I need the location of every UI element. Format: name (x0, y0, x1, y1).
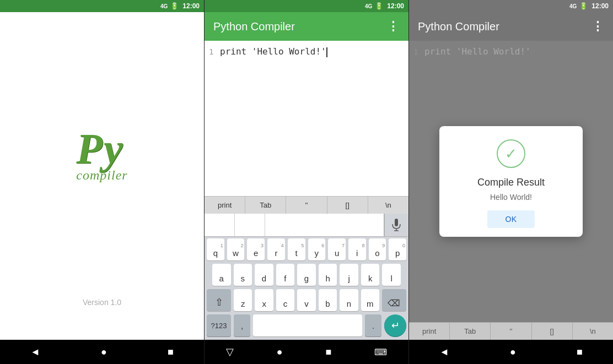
checkmark-icon: ✓ (505, 145, 517, 162)
key-z[interactable]: z (234, 289, 252, 311)
signal-text-3: 4G (569, 3, 577, 9)
nav-bar-3: ◄ ● ■ (409, 340, 613, 364)
kb-toolbar-newline[interactable]: \n (368, 197, 408, 214)
screen3-body: 1 print 'Hello World!' ✓ Compile Result … (409, 41, 613, 322)
recents-button-1[interactable]: ■ (168, 346, 174, 358)
key-q[interactable]: 1q (207, 238, 224, 260)
backspace-key[interactable]: ⌫ (382, 289, 406, 311)
status-icons-2: 4G 🔋 12:00 (365, 2, 404, 10)
splash-content: Py compiler (0, 12, 204, 298)
home-button-1[interactable]: ● (101, 346, 107, 358)
code-content: print 'Hello World!' (220, 45, 327, 58)
key-l[interactable]: l (382, 264, 401, 286)
signal-text-2: 4G (365, 3, 372, 9)
key-p[interactable]: 0p (389, 238, 406, 260)
cursor (326, 47, 327, 57)
toolbar-menu-3[interactable]: ⋮ (592, 19, 604, 34)
toolbar-menu-2[interactable]: ⋮ (387, 19, 400, 34)
recents-button-2[interactable]: ■ (325, 346, 331, 358)
keyboard-bottom-row: ?123 , . ↵ (205, 313, 408, 340)
status-bar-3: 4G 🔋 12:00 (409, 0, 613, 12)
space-key[interactable] (253, 314, 362, 336)
screen-splash: 4G 🔋 12:00 Py compiler Version 1.0 ◄ ● ■ (0, 0, 204, 364)
key-n[interactable]: n (340, 289, 358, 311)
recents-button-3[interactable]: ■ (577, 346, 583, 358)
key-y[interactable]: 6y (308, 238, 326, 260)
dialog-title: Compile Result (477, 177, 545, 188)
dialog-message: Hello World! (490, 193, 532, 202)
mic-button[interactable] (384, 214, 408, 236)
toolbar-title-2: Python Compiler (213, 20, 387, 33)
signal-text-1: 4G (160, 3, 168, 9)
kb-toolbar-print[interactable]: print (205, 197, 245, 214)
key-i[interactable]: 8i (348, 238, 366, 260)
suggest-1[interactable] (205, 214, 235, 236)
key-c[interactable]: c (276, 289, 294, 311)
code-editor[interactable]: 1 print 'Hello World!' (205, 41, 408, 196)
code-line-1: 1 print 'Hello World!' (209, 45, 404, 58)
shift-key[interactable]: ⇧ (207, 289, 231, 311)
dialog-overlay: ✓ Compile Result Hello World! OK (409, 41, 613, 322)
nav-bar-1: ◄ ● ■ (0, 340, 204, 364)
key-k[interactable]: k (361, 264, 380, 286)
key-w[interactable]: 2w (227, 238, 245, 260)
suggest-2[interactable] (235, 214, 265, 236)
back-button-2[interactable]: ▽ (226, 346, 234, 358)
period-key[interactable]: . (365, 314, 381, 336)
home-button-3[interactable]: ● (510, 346, 516, 358)
back-button-1[interactable]: ◄ (30, 346, 40, 358)
kb-toolbar-brackets[interactable]: [] (327, 197, 368, 214)
time-3: 12:00 (592, 2, 609, 10)
battery-icon-3: 🔋 (579, 2, 588, 10)
key-f[interactable]: f (276, 264, 295, 286)
kb-toolbar-3: print Tab '' [] \n (409, 322, 613, 340)
key-a[interactable]: a (212, 264, 231, 286)
s3-kb-quotes[interactable]: '' (491, 323, 531, 340)
back-button-3[interactable]: ◄ (439, 346, 449, 358)
success-icon-circle: ✓ (497, 139, 525, 168)
keyboard-row-nums: 1q 2w 3e 4r 5t 6y 7u 8i 9o 0p (205, 237, 408, 262)
line-number: 1 (209, 46, 216, 58)
battery-icon-1: 🔋 (170, 2, 179, 10)
kb-toolbar-quotes[interactable]: '' (286, 197, 327, 214)
time-1: 12:00 (182, 2, 200, 10)
suggestion-row (205, 214, 408, 237)
status-icons-1: 4G 🔋 12:00 (160, 2, 200, 10)
py-logo: Py compiler (76, 127, 127, 183)
s3-kb-newline[interactable]: \n (573, 323, 613, 340)
key-j[interactable]: j (340, 264, 358, 286)
key-o[interactable]: 9o (369, 238, 386, 260)
key-m[interactable]: m (361, 289, 379, 311)
key-d[interactable]: d (255, 264, 273, 286)
compile-result-dialog: ✓ Compile Result Hello World! OK (439, 126, 583, 237)
s3-kb-brackets[interactable]: [] (532, 323, 573, 340)
status-bar-1: 4G 🔋 12:00 (0, 0, 204, 12)
toolbar-title-3: Python Compiler (418, 20, 592, 33)
py-text: Py (76, 127, 127, 170)
home-button-2[interactable]: ● (277, 346, 283, 358)
key-v[interactable]: v (297, 289, 315, 311)
s3-kb-tab[interactable]: Tab (450, 323, 491, 340)
kb-toolbar-tab[interactable]: Tab (245, 197, 286, 214)
comma-key[interactable]: , (234, 314, 250, 336)
s3-kb-print[interactable]: print (409, 323, 450, 340)
suggest-3[interactable] (265, 214, 384, 236)
dialog-ok-button[interactable]: OK (487, 210, 534, 228)
enter-key[interactable]: ↵ (384, 314, 406, 336)
key-e[interactable]: 3e (247, 238, 265, 260)
keyboard-toolbar-2: print Tab '' [] \n (205, 196, 408, 214)
compiler-text: compiler (76, 168, 127, 183)
keyboard-button-2[interactable]: ⌨ (374, 347, 387, 357)
key-g[interactable]: g (297, 264, 316, 286)
key-r[interactable]: 4r (267, 238, 285, 260)
key-u[interactable]: 7u (328, 238, 346, 260)
key-h[interactable]: h (319, 264, 337, 286)
screen-result: 4G 🔋 12:00 Python Compiler ⋮ 1 print 'He… (409, 0, 613, 364)
key-s[interactable]: s (234, 264, 252, 286)
key-b[interactable]: b (319, 289, 337, 311)
version-text: Version 1.0 (0, 298, 204, 307)
key-t[interactable]: 5t (288, 238, 305, 260)
num-switch-key[interactable]: ?123 (207, 314, 231, 336)
key-x[interactable]: x (255, 289, 273, 311)
keyboard: 1q 2w 3e 4r 5t 6y 7u 8i 9o 0p a s d f g … (205, 214, 408, 340)
